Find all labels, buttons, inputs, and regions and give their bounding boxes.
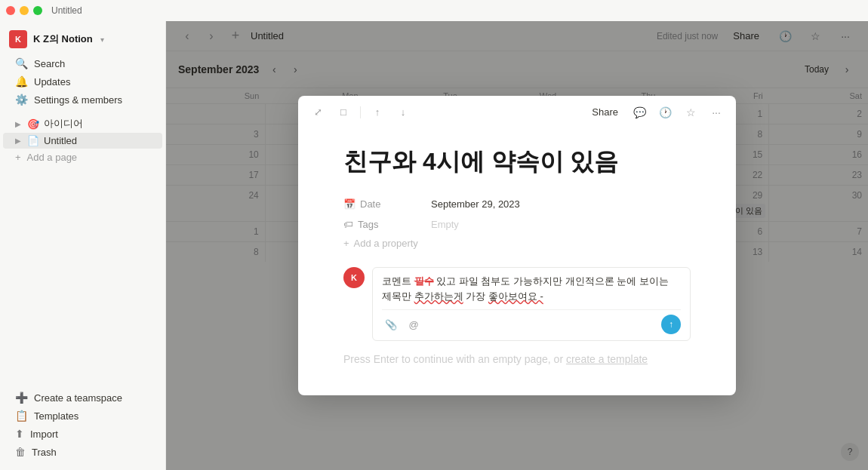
add-icon: + <box>15 152 21 163</box>
comment-input-actions: 📎 @ ↑ <box>382 309 681 334</box>
add-page-button[interactable]: + Add a page <box>3 149 162 166</box>
comment-text-normal: 코멘트 <box>382 275 414 287</box>
date-icon: 📅 <box>343 198 356 210</box>
sidebar-item-untitled[interactable]: ▶ 📄 Untitled <box>3 133 162 149</box>
maximize-button[interactable] <box>33 6 42 15</box>
workspace-icon: K <box>9 30 27 48</box>
modal-next-button[interactable]: ↓ <box>392 102 414 123</box>
search-icon: 🔍 <box>15 57 28 69</box>
create-template-link[interactable]: create a template <box>566 353 648 365</box>
updates-icon: 🔔 <box>15 75 28 88</box>
modal-tb-right: Share 💬 🕐 ☆ ··· <box>586 102 727 123</box>
modal-properties: 📅 Date September 29, 2023 🏷 Tags Empty <box>343 194 691 252</box>
templates-icon: 📋 <box>15 410 28 422</box>
date-property-row: 📅 Date September 29, 2023 <box>343 194 691 214</box>
modal-comment-button[interactable]: 💬 <box>629 102 650 123</box>
modal-prev-button[interactable]: ↑ <box>367 102 388 123</box>
sidebar-footer: ➕ Create a teamspace 📋 Templates ⬆ Impor… <box>0 386 165 464</box>
workspace-name: K Z의 Notion <box>33 32 93 46</box>
date-prop-value[interactable]: September 29, 2023 <box>431 198 520 210</box>
sidebar-item-templates[interactable]: 📋 Templates <box>3 407 162 425</box>
more-icon: ··· <box>712 106 721 118</box>
mention-button[interactable]: @ <box>405 315 423 333</box>
sidebar-item-search[interactable]: 🔍 Search <box>3 54 162 72</box>
workspace-selector[interactable]: K K Z의 Notion ▾ <box>0 27 165 51</box>
modal-title: 친구와 4시에 약속이 있음 <box>343 147 691 176</box>
sidebar-item-trash[interactable]: 🗑 Trash <box>3 443 162 461</box>
tags-prop-value[interactable]: Empty <box>431 219 459 230</box>
expand-icon: ⤢ <box>314 106 322 118</box>
comment-area: K 코멘트 필수 있고 파일 첨부도 가능하지만 개인적으론 눈에 보이는 제목… <box>343 267 691 341</box>
page-icon: 📄 <box>27 135 39 146</box>
titlebar: Untitled <box>0 0 868 21</box>
settings-icon: ⚙️ <box>15 94 28 106</box>
modal-placeholder: Press Enter to continue with an empty pa… <box>343 353 691 365</box>
add-prop-icon: + <box>343 238 349 249</box>
attach-button[interactable]: 📎 <box>382 315 400 333</box>
sidebar-item-import[interactable]: ⬆ Import <box>3 425 162 443</box>
trash-icon: 🗑 <box>15 446 26 458</box>
open-icon: □ <box>340 106 346 118</box>
sidebar-item-label: Search <box>34 58 65 69</box>
close-button[interactable] <box>6 6 15 15</box>
sidebar-item-idea[interactable]: ▶ 🎯 아이디어 <box>3 115 162 133</box>
modal-separator <box>360 106 361 118</box>
tree-item-label: Untitled <box>44 135 77 146</box>
add-prop-label: Add a property <box>354 238 418 249</box>
comment-text: 코멘트 필수 있고 파일 첨부도 가능하지만 개인적으론 눈에 보이는 제목만 … <box>382 274 681 303</box>
comment-avatar: K <box>343 267 365 288</box>
tree-arrow: ▶ <box>15 120 21 128</box>
comment-text-underline2: 좋아보여요 - <box>488 290 543 302</box>
prev-icon: ↑ <box>375 106 380 118</box>
next-icon: ↓ <box>401 106 406 118</box>
comment-input-wrapper[interactable]: 코멘트 필수 있고 파일 첨부도 가능하지만 개인적으론 눈에 보이는 제목만 … <box>372 267 691 341</box>
tree-item-label: 아이디어 <box>44 117 83 131</box>
modal-history-button[interactable]: 🕐 <box>654 102 676 123</box>
send-icon: ↑ <box>669 319 673 330</box>
modal-open-button[interactable]: □ <box>333 102 354 123</box>
window-controls <box>6 6 42 15</box>
modal-topbar: ⤢ □ ↑ ↓ Share 💬 <box>298 96 736 129</box>
add-property-button[interactable]: + Add a property <box>343 235 691 252</box>
tree-arrow: ▶ <box>15 137 21 145</box>
modal-expand-button[interactable]: ⤢ <box>307 102 328 123</box>
mention-icon: @ <box>408 319 418 330</box>
add-page-label: Add a page <box>27 152 78 163</box>
send-button[interactable]: ↑ <box>661 315 681 334</box>
sidebar-item-label: Trash <box>32 447 57 458</box>
tags-icon: 🏷 <box>343 219 353 230</box>
history-icon: 🕐 <box>659 106 672 118</box>
sidebar-item-label: Updates <box>34 76 70 88</box>
star-icon: ☆ <box>686 106 696 118</box>
comment-icon: 💬 <box>633 106 646 118</box>
modal-overlay[interactable]: ⤢ □ ↑ ↓ Share 💬 <box>166 21 868 470</box>
sidebar-item-label: Templates <box>34 410 78 422</box>
sidebar-item-settings[interactable]: ⚙️ Settings & members <box>3 91 162 109</box>
tags-property-row: 🏷 Tags Empty <box>343 214 691 235</box>
modal-star-button[interactable]: ☆ <box>680 102 701 123</box>
sidebar-item-label: Settings & members <box>34 94 122 106</box>
workspace-chevron: ▾ <box>100 35 104 44</box>
sidebar-item-label: Create a teamspace <box>34 392 122 404</box>
comment-text-bold: 필수 <box>414 275 434 287</box>
date-prop-label: 📅 Date <box>343 198 419 210</box>
import-icon: ⬆ <box>15 428 24 440</box>
sidebar-item-label: Import <box>30 429 58 440</box>
attach-icon: 📎 <box>385 319 397 330</box>
modal-more-button[interactable]: ··· <box>706 102 727 123</box>
app-body: K K Z의 Notion ▾ 🔍 Search 🔔 Updates ⚙️ Se… <box>0 21 868 470</box>
sidebar-item-updates[interactable]: 🔔 Updates <box>3 72 162 91</box>
main-content: ‹ › + Untitled Edited just now Share 🕐 ☆… <box>166 21 868 470</box>
modal-share-button[interactable]: Share <box>586 103 624 121</box>
modal: ⤢ □ ↑ ↓ Share 💬 <box>298 96 736 395</box>
minimize-button[interactable] <box>20 6 29 15</box>
sidebar: K K Z의 Notion ▾ 🔍 Search 🔔 Updates ⚙️ Se… <box>0 21 166 470</box>
sidebar-tree: ▶ 🎯 아이디어 ▶ 📄 Untitled <box>0 115 165 149</box>
tags-prop-label: 🏷 Tags <box>343 219 419 230</box>
modal-body: 친구와 4시에 약속이 있음 📅 Date September 29, 2023 <box>298 129 736 395</box>
page-icon: 🎯 <box>27 118 39 130</box>
window-title: Untitled <box>51 5 82 16</box>
comment-text-underline: 추가하는게 <box>414 290 463 302</box>
sidebar-item-create-teamspace[interactable]: ➕ Create a teamspace <box>3 389 162 407</box>
teamspace-icon: ➕ <box>15 392 28 404</box>
